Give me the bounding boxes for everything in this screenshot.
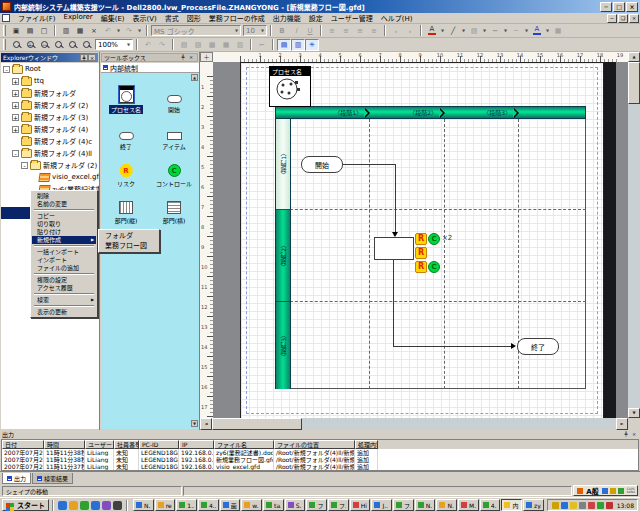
print-button[interactable]: ▤ bbox=[23, 25, 37, 37]
tree-expander-icon[interactable] bbox=[12, 78, 19, 85]
control-badge[interactable]: C bbox=[428, 261, 440, 273]
menu-item[interactable]: Explorer bbox=[60, 12, 97, 24]
send-back-button[interactable]: ▨ bbox=[191, 39, 205, 51]
tree-item[interactable]: 新規フォルダ (4) bbox=[1, 123, 99, 135]
quick-launch-icon[interactable] bbox=[80, 501, 89, 510]
task-button[interactable]: 4.. bbox=[480, 499, 501, 511]
horizontal-scrollbar[interactable]: ◄ ► bbox=[200, 418, 628, 430]
context-submenu-item[interactable]: フォルダ bbox=[100, 231, 158, 241]
task-button[interactable]: ta.. bbox=[263, 499, 284, 511]
close-button[interactable] bbox=[626, 2, 638, 12]
task-button[interactable]: フ.. bbox=[393, 499, 414, 511]
task-button[interactable]: J.. bbox=[371, 499, 392, 511]
task-button[interactable]: re.. bbox=[155, 499, 176, 511]
tree-item[interactable]: 新規フォルダ (4)c bbox=[1, 135, 99, 147]
tray-icon[interactable] bbox=[561, 502, 568, 509]
align-right-button[interactable]: ≡ bbox=[353, 25, 367, 37]
department-segment[interactable]: 〈部門2〉 bbox=[276, 209, 290, 301]
column-header[interactable]: 処理内容 bbox=[355, 440, 378, 449]
shape-panel-toggle-button[interactable]: ✳ bbox=[305, 39, 319, 51]
context-menu-item[interactable]: インポート bbox=[32, 256, 96, 264]
task-button[interactable]: Hi.. bbox=[350, 499, 371, 511]
tree-item[interactable]: visio_excel.gfd bbox=[1, 171, 99, 183]
bold-button[interactable]: B bbox=[275, 25, 289, 37]
quick-launch-icon[interactable] bbox=[102, 501, 111, 510]
pin-icon[interactable] bbox=[622, 431, 630, 438]
scroll-left-icon[interactable]: ◄ bbox=[200, 418, 212, 430]
start-node[interactable]: 開始 bbox=[301, 156, 343, 173]
tray-icon[interactable] bbox=[579, 502, 586, 509]
column-header[interactable]: IP bbox=[179, 440, 214, 449]
rotate-left-button[interactable]: ↶ bbox=[141, 39, 155, 51]
undo-button[interactable]: ↶ bbox=[101, 25, 115, 37]
task-button[interactable]: S.. bbox=[285, 499, 306, 511]
tree-item[interactable]: 新規フォルダ (3) bbox=[1, 111, 99, 123]
tree-item[interactable]: 新規フォルダ (4)ll bbox=[1, 147, 99, 159]
scroll-right-icon[interactable]: ► bbox=[616, 418, 628, 430]
task-button[interactable]: 1.. bbox=[176, 499, 197, 511]
process-name-shape[interactable]: プロセス名 bbox=[269, 66, 311, 107]
line-width-dropdown-icon[interactable]: ▼ bbox=[502, 25, 509, 37]
align-left-button[interactable]: ≡ bbox=[325, 25, 339, 37]
ime-tool-icon[interactable] bbox=[602, 488, 608, 494]
connector-line[interactable] bbox=[343, 164, 396, 165]
underline-color-button[interactable]: A bbox=[530, 25, 544, 37]
stage-bar[interactable]: 〈段階1〉 〈段階2〉 〈段階3〉 bbox=[275, 106, 586, 119]
fit-height-button[interactable] bbox=[51, 39, 65, 51]
process-node[interactable] bbox=[374, 237, 414, 260]
context-menu-item[interactable]: 貼り付け bbox=[32, 228, 96, 236]
connector-line[interactable] bbox=[393, 260, 394, 346]
align-center-button[interactable]: ≡ bbox=[339, 25, 353, 37]
column-header[interactable]: ファイル名 bbox=[214, 440, 274, 449]
cut-button[interactable]: × bbox=[87, 25, 101, 37]
menu-item[interactable]: ファイル(F) bbox=[14, 12, 60, 24]
save-button[interactable]: ▣ bbox=[9, 25, 23, 37]
toolbox-item[interactable]: 終了 bbox=[103, 114, 149, 151]
scroll-up-icon[interactable]: ▲ bbox=[191, 74, 198, 81]
start-button[interactable]: スタート bbox=[2, 499, 49, 511]
quick-launch-icon[interactable] bbox=[113, 501, 122, 510]
paste-button[interactable]: ▦ bbox=[73, 25, 87, 37]
fill-color-button[interactable]: ▨ bbox=[467, 25, 481, 37]
toolbox-item[interactable]: 部門(縦) bbox=[103, 188, 149, 225]
table-row[interactable]: 2007年07月20日 11時11分38秒 LiLiang 未知 LEGEND1… bbox=[2, 449, 638, 456]
grid-toggle-button[interactable]: ▥ bbox=[291, 39, 305, 51]
redo-button[interactable]: ↷ bbox=[122, 25, 136, 37]
end-node[interactable]: 終了 bbox=[517, 338, 559, 355]
fill-color-dropdown-icon[interactable]: ▼ bbox=[481, 25, 488, 37]
tray-icon[interactable] bbox=[606, 502, 613, 509]
task-button[interactable]: zy.. bbox=[523, 499, 544, 511]
ime-pad-icon[interactable] bbox=[618, 488, 624, 494]
toolbox-item[interactable]: 開始 bbox=[151, 77, 197, 114]
close-icon[interactable] bbox=[630, 431, 638, 438]
font-size-combo[interactable]: 10 ▼ bbox=[243, 25, 267, 36]
maximize-button[interactable] bbox=[613, 2, 625, 12]
menu-item[interactable]: ユーザー管理 bbox=[327, 12, 377, 24]
undo-dropdown-icon[interactable]: ▼ bbox=[115, 25, 122, 37]
task-button[interactable]: 内.. bbox=[501, 499, 522, 511]
context-menu-item[interactable]: 名前の変更 bbox=[32, 200, 96, 208]
tree-expander-icon[interactable] bbox=[12, 114, 19, 121]
menu-item[interactable]: 出力機能 bbox=[269, 12, 305, 24]
line-color-button[interactable]: ╱ bbox=[446, 25, 460, 37]
tree-item[interactable]: 新規フォルダ (2) bbox=[1, 99, 99, 111]
context-menu-item[interactable]: 権限の設定 bbox=[32, 276, 96, 284]
tree-expander-icon[interactable] bbox=[12, 126, 19, 133]
menu-item[interactable]: 表示(V) bbox=[129, 12, 161, 24]
close-icon[interactable] bbox=[88, 54, 96, 61]
line-style-dropdown-icon[interactable]: ▼ bbox=[523, 25, 530, 37]
table-button[interactable]: ▦ bbox=[551, 25, 565, 37]
context-menu-item[interactable]: 切り取り bbox=[32, 220, 96, 228]
rotate-right-button[interactable]: ↷ bbox=[155, 39, 169, 51]
column-header[interactable]: 時間 bbox=[44, 440, 85, 449]
task-button[interactable]: フ.. bbox=[306, 499, 327, 511]
scrollbar-thumb[interactable] bbox=[628, 62, 640, 104]
tree-item[interactable]: 新規フォルダ (2) bbox=[1, 159, 99, 171]
risk-badge[interactable]: R bbox=[415, 233, 427, 245]
ime-toolbar[interactable]: A般 CAPSKANA bbox=[573, 485, 638, 496]
department-segment[interactable]: 〈部門3〉 bbox=[276, 301, 290, 389]
context-menu-item[interactable]: 表示の更新 bbox=[32, 308, 96, 316]
task-button[interactable]: M.. bbox=[458, 499, 479, 511]
menu-item[interactable]: 設定 bbox=[305, 12, 327, 24]
context-menu-item[interactable]: ファイルの追加 bbox=[32, 264, 96, 272]
